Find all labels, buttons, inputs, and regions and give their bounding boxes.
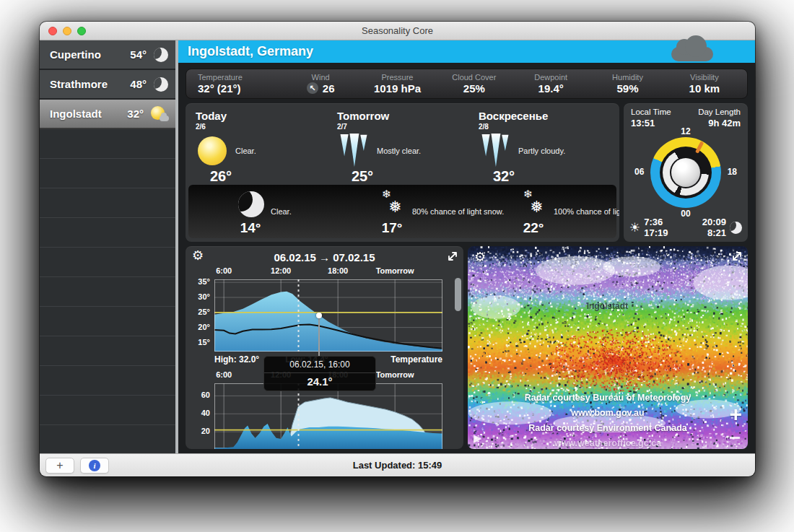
location-name: Cupertino bbox=[50, 48, 130, 61]
sunrise-sunset-group: ☀ 7:36 17:19 bbox=[629, 217, 668, 238]
dial-label-12: 12 bbox=[624, 126, 748, 136]
forecast-day-sunday[interactable]: Воскресенье 2/8 Partly cloudy. 32° bbox=[468, 103, 610, 185]
low-temp: 17° bbox=[370, 220, 414, 236]
low-temp: 22° bbox=[512, 220, 555, 236]
sunrise-time: 7:36 bbox=[644, 217, 663, 227]
high-label: High: 32.0° bbox=[214, 354, 259, 365]
x-tick-label: 6:00 bbox=[195, 266, 253, 275]
stat-pressure: Pressure 1019 hPa bbox=[359, 73, 435, 95]
day-night-dial bbox=[650, 137, 721, 208]
sidebar-item-strathmore[interactable]: Strathmore 48° bbox=[40, 70, 175, 100]
last-updated-text: Last Updated: 15:49 bbox=[40, 460, 755, 471]
local-time-label: Local Time bbox=[631, 108, 671, 116]
moonrise-time: 20:09 bbox=[702, 217, 726, 227]
scrollbar-thumb[interactable] bbox=[455, 278, 461, 311]
y-tick-label: 30° bbox=[186, 292, 210, 301]
night-forecast-sunday: ❄❅ 100% chance of light snow. 22° bbox=[471, 185, 613, 238]
sidebar-item-cupertino[interactable]: Cupertino 54° bbox=[40, 40, 175, 70]
expand-icon[interactable] bbox=[731, 250, 743, 262]
location-header: Ingolstadt, Germany bbox=[178, 40, 755, 63]
map-credit-line: www.bom.gov.au bbox=[468, 408, 748, 418]
cloud-wind-chart[interactable] bbox=[214, 383, 442, 449]
selected-point-dot bbox=[316, 313, 322, 318]
sidebar-item-ingolstadt[interactable]: Ingolstadt 32° bbox=[40, 100, 175, 129]
sun-moon-panel: Local Time 13:51 Day Length 9h 42m 12 06… bbox=[624, 103, 748, 242]
stat-humidity: Humidity 59% bbox=[589, 73, 666, 95]
sun-icon: ☀ bbox=[629, 220, 640, 235]
location-temp: 54° bbox=[130, 48, 147, 61]
night-forecast-today: Clear. 14° bbox=[188, 185, 330, 238]
main-area: Ingolstadt, Germany Temperature 32° (21°… bbox=[178, 40, 755, 453]
location-temp: 48° bbox=[130, 78, 147, 90]
chart-date-range: 06.02.15 → 07.02.15 bbox=[186, 251, 463, 263]
icicles-icon bbox=[479, 134, 512, 167]
moon-phase-sphere bbox=[671, 158, 700, 187]
y-tick-label: 35° bbox=[186, 277, 210, 286]
location-name: Ingolstadt bbox=[50, 108, 127, 120]
forecast-day-tomorrow[interactable]: Tomorrow 2/7 Mostly clear. 25° bbox=[327, 103, 468, 185]
radar-map-canvas[interactable] bbox=[468, 246, 748, 449]
graphs-panel: ⚙ 06.02.15 → 07.02.15 High: 32.0° Low: 1… bbox=[186, 246, 463, 449]
sidebar-empty-area bbox=[40, 129, 175, 455]
night-forecast-strip: Clear. 14° ❄❅ 80% chance of light snow. … bbox=[188, 185, 616, 238]
moonrise-moonset-group: 20:09 8:21 bbox=[702, 217, 742, 238]
icicles-icon bbox=[337, 134, 370, 167]
page-title: Ingolstadt, Germany bbox=[188, 44, 313, 59]
low-temp: 14° bbox=[229, 220, 272, 236]
seasonality-window: Seasonality Core Cupertino 54° Strathmor… bbox=[40, 22, 755, 476]
y-tick-label: 15° bbox=[186, 338, 210, 346]
stat-wind: Wind ↖26 bbox=[282, 73, 359, 95]
moon-icon bbox=[154, 77, 168, 92]
location-temp: 32° bbox=[127, 108, 144, 120]
desktop: Seasonality Core Cupertino 54° Strathmor… bbox=[0, 0, 794, 532]
dial-label-18: 18 bbox=[728, 167, 737, 177]
locations-sidebar: Cupertino 54° Strathmore 48° Ingolstadt … bbox=[40, 40, 175, 453]
play-button[interactable]: ▶ bbox=[474, 432, 482, 445]
snow-icon: ❄❅ bbox=[376, 189, 409, 219]
y-tick-label: 60 bbox=[186, 391, 210, 399]
x-tick-label: 18:00 bbox=[309, 266, 367, 275]
moonset-time: 8:21 bbox=[707, 227, 726, 238]
stat-temperature: Temperature 32° (21°) bbox=[191, 73, 282, 95]
stat-dewpoint: Dewpoint 19.4° bbox=[512, 73, 589, 95]
window-title: Seasonality Core bbox=[40, 25, 755, 36]
y-tick-label: 20° bbox=[186, 323, 210, 331]
stat-visibility: Visibility 10 km bbox=[666, 73, 743, 95]
location-name: Strathmore bbox=[50, 78, 130, 90]
radar-map-panel[interactable]: ⚙ Radar courtesy Bureau of Meteorology w… bbox=[468, 246, 748, 449]
dial-label-06: 06 bbox=[634, 167, 644, 177]
tooltip-datetime: 06.02.15, 16:00 bbox=[264, 357, 375, 373]
x-tick-label: 12:00 bbox=[252, 266, 310, 275]
chart-tooltip: 06.02.15, 16:00 24.1° bbox=[263, 356, 376, 391]
night-forecast-tomorrow: ❄❅ 80% chance of light snow. 17° bbox=[330, 185, 471, 238]
forecast-day-today[interactable]: Today 2/6 Clear. 26° bbox=[186, 103, 327, 185]
current-time-marker bbox=[694, 141, 703, 153]
series-label: Temperature bbox=[391, 354, 442, 365]
gear-icon[interactable]: ⚙ bbox=[192, 249, 204, 262]
high-temp: 26° bbox=[200, 168, 242, 185]
sunset-time: 17:19 bbox=[644, 227, 668, 238]
gear-icon[interactable]: ⚙ bbox=[474, 249, 486, 265]
high-temp: 32° bbox=[483, 168, 525, 185]
map-credit-line: Radar courtesy Bureau of Meteorology bbox=[468, 393, 748, 403]
moon-icon bbox=[730, 222, 742, 234]
forecast-day-monday[interactable]: Понедельник 2/9 bbox=[610, 103, 619, 185]
map-credit-line: www.weatheroffice.gc.ca bbox=[468, 438, 748, 448]
map-credit-line: Radar courtesy Environment Canada bbox=[468, 423, 748, 433]
tooltip-value: 24.1° bbox=[264, 373, 375, 391]
tooltip-connector bbox=[318, 315, 320, 356]
day-length-label: Day Length bbox=[698, 108, 741, 116]
title-bar[interactable]: Seasonality Core bbox=[40, 22, 755, 40]
moon-icon bbox=[154, 48, 168, 62]
sun-icon bbox=[196, 134, 229, 167]
expand-icon[interactable] bbox=[447, 250, 458, 262]
temperature-chart[interactable] bbox=[214, 279, 442, 352]
moon-icon bbox=[235, 189, 268, 219]
x-tick-label: 6:00 bbox=[195, 370, 253, 379]
y-tick-label: 40 bbox=[186, 409, 210, 417]
snow-icon: ❄❅ bbox=[518, 189, 551, 219]
zoom-out-button[interactable]: − bbox=[729, 428, 741, 448]
stat-cloud-cover: Cloud Cover 25% bbox=[436, 73, 512, 95]
y-tick-label: 25° bbox=[186, 308, 210, 316]
zoom-in-button[interactable]: + bbox=[729, 404, 742, 425]
